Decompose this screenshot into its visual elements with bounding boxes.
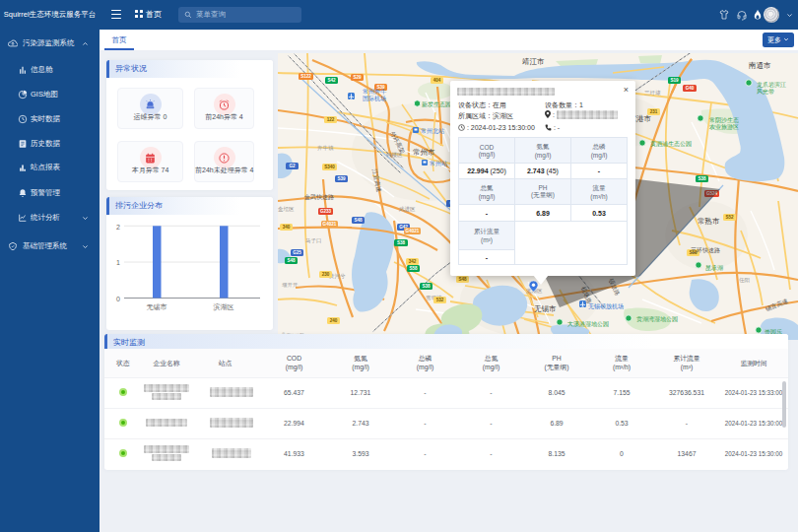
svg-text:S38: S38 <box>397 240 406 245</box>
svg-text:常阴沙生态: 常阴沙生态 <box>709 116 739 124</box>
svg-text:任阳: 任阳 <box>739 277 750 284</box>
svg-text:340: 340 <box>283 225 291 230</box>
svg-text:S48: S48 <box>354 218 363 223</box>
svg-text:S52: S52 <box>725 215 734 220</box>
svg-text:奔牛镇: 奔牛镇 <box>317 145 334 151</box>
svg-text:240: 240 <box>330 318 338 323</box>
svg-text:S48: S48 <box>458 277 467 282</box>
svg-text:风光带: 风光带 <box>757 89 774 96</box>
svg-text:2: 2 <box>116 224 120 231</box>
svg-text:马子口: 马子口 <box>305 237 322 244</box>
svg-text:G4021: G4021 <box>406 229 420 233</box>
svg-text:三圩埭: 三圩埭 <box>644 90 661 96</box>
svg-text:常州奔牛: 常州奔牛 <box>363 89 386 95</box>
svg-text:342: 342 <box>409 259 417 264</box>
svg-text:122: 122 <box>327 117 335 122</box>
svg-text:常州站: 常州站 <box>430 161 447 167</box>
svg-text:龙爪岩滨江: 龙爪岩滨江 <box>757 81 786 89</box>
svg-text:S19: S19 <box>670 78 679 83</box>
svg-text:无锡市: 无锡市 <box>147 302 167 311</box>
svg-text:贡湖湾湿地公园: 贡湖湾湿地公园 <box>636 315 678 323</box>
svg-text:南通市: 南通市 <box>748 61 771 70</box>
svg-text:532: 532 <box>436 298 444 302</box>
svg-text:G40: G40 <box>686 86 695 91</box>
svg-text:常州市: 常州市 <box>413 148 435 157</box>
svg-text:S340: S340 <box>324 165 335 169</box>
svg-text:昆承湖: 昆承湖 <box>705 265 723 272</box>
svg-text:农业旅游区: 农业旅游区 <box>709 123 739 131</box>
svg-text:S39: S39 <box>337 176 346 181</box>
svg-text:无锡硕放机场: 无锡硕放机场 <box>588 302 624 310</box>
svg-text:新发生态园: 新发生态园 <box>422 100 451 108</box>
svg-text:S29: S29 <box>353 75 362 80</box>
svg-text:常熟市: 常熟市 <box>698 217 720 226</box>
svg-text:S122: S122 <box>300 74 311 79</box>
svg-text:三环快速路: 三环快速路 <box>691 247 720 254</box>
svg-text:国际机场: 国际机场 <box>363 95 386 102</box>
svg-text:黄泗浦生态公园: 黄泗浦生态公园 <box>650 140 692 148</box>
svg-text:S42: S42 <box>327 78 336 83</box>
svg-text:靖江市: 靖江市 <box>522 57 545 66</box>
svg-text:G4021: G4021 <box>323 222 337 227</box>
svg-text:G2: G2 <box>289 164 296 168</box>
svg-text:武进区: 武进区 <box>399 206 416 213</box>
svg-text:S58: S58 <box>409 266 418 271</box>
svg-text:滨湖区: 滨湖区 <box>214 302 234 311</box>
svg-text:S38: S38 <box>422 284 431 289</box>
svg-text:常州北站: 常州北站 <box>421 127 444 135</box>
svg-text:金坛区: 金坛区 <box>278 206 295 212</box>
svg-text:S38: S38 <box>698 176 706 181</box>
svg-text:1: 1 <box>116 259 120 266</box>
svg-text:大溪港湿地公园: 大溪港湿地公园 <box>567 320 609 328</box>
svg-text:S48: S48 <box>287 258 296 263</box>
svg-text:金武快速路: 金武快速路 <box>303 194 334 201</box>
svg-text:0: 0 <box>116 296 120 302</box>
svg-text:G25: G25 <box>293 250 301 255</box>
svg-text:230: 230 <box>322 272 330 277</box>
svg-text:G233: G233 <box>320 209 332 214</box>
svg-text:404: 404 <box>433 78 441 83</box>
svg-text:无锡市: 无锡市 <box>534 304 557 313</box>
svg-text:堰开开: 堰开开 <box>282 282 299 288</box>
